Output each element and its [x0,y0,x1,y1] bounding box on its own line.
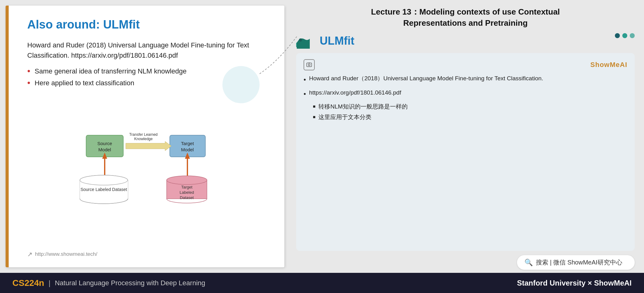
svg-rect-27 [307,63,312,67]
notes-sub-bullet-1: ■ 转移NLM知识的一般思路是一样的 [313,103,627,111]
ulmfit-header: ULMfit [296,33,635,49]
diagram-svg: Source Model Target Model Transfer Learn… [68,129,229,219]
bullet-dot-1: • [27,66,30,76]
notes-sub-bullet-2: ■ 这里应用于文本分类 [313,113,627,121]
notes-bullet-dot-1: • [304,74,306,85]
lecture-title: Lecture 13：Modeling contexts of use Cont… [296,3,635,33]
bottom-left: CS224n | Natural Language Processing wit… [12,278,205,288]
bullet-item-2: • Here applied to text classification [27,79,269,88]
svg-point-26 [299,38,302,42]
svg-point-18 [80,175,128,185]
bullet-item-1: • Same general idea of transferring NLM … [27,67,269,76]
svg-text:Transfer Learned: Transfer Learned [129,132,158,137]
slide-title: Also around: ULMfit [27,18,269,31]
svg-text:Knowledge: Knowledge [134,137,153,141]
svg-text:Source: Source [97,141,112,146]
svg-text:Target: Target [181,185,193,189]
ai-icon [304,59,315,70]
sub-bullet-square-1: ■ [313,104,315,109]
bottom-subtitle: Natural Language Processing with Deep Le… [55,279,205,287]
sub-bullet-square-2: ■ [313,114,315,119]
slide-panel: Also around: ULMfit Howard and Ruder (20… [6,6,284,267]
nav-dot-3 [630,33,635,38]
stanford-showmeai-text: Stanford University × ShowMeAI [517,279,632,287]
svg-text:Target: Target [181,141,194,146]
svg-point-28 [308,64,310,66]
notes-bullet-2: • https://arxiv.org/pdf/1801.06146.pdf [304,88,627,99]
svg-text:Model: Model [181,147,194,152]
search-bar[interactable]: 🔍 搜索 | 微信 ShowMeAI研究中心 [517,255,635,270]
search-bar-container: 🔍 搜索 | 微信 ShowMeAI研究中心 [296,255,635,270]
ulmfit-title: ULMfit [320,34,354,47]
search-icon: 🔍 [524,259,533,267]
footer-link: http://www.showmeai.tech/ [35,251,97,257]
nav-dot-1 [615,33,620,38]
cs224n-label: CS224n [12,278,44,288]
slide-body-text: Howard and Ruder (2018) Universal Langua… [27,40,269,60]
slide-footer: ↗ http://www.showmeai.tech/ [27,251,269,258]
slide-bullet-list: • Same general idea of transferring NLM … [27,67,269,91]
svg-text:Labeled: Labeled [180,190,194,195]
nav-dots [615,33,635,38]
notes-bullet-dot-2: • [304,89,306,99]
nav-dot-2 [622,33,627,38]
bullet-dot-2: • [27,78,30,88]
bottom-divider: | [49,279,50,287]
showmeai-label: ShowMeAI [590,61,627,69]
svg-marker-9 [126,141,171,151]
bottom-right: Stanford University × ShowMeAI [517,279,632,287]
search-bar-text: 搜索 | 微信 ShowMeAI研究中心 [536,258,622,267]
svg-point-21 [167,176,207,184]
svg-text:Source Labeled Dataset: Source Labeled Dataset [81,187,127,192]
notes-card: ShowMeAI • Howard and Ruder（2018）Univers… [296,53,635,251]
notes-card-header: ShowMeAI [304,59,627,70]
ulmfit-logo [296,33,315,49]
cursor-icon: ↗ [27,251,33,258]
right-panel: Lecture 13：Modeling contexts of use Cont… [290,0,644,273]
diagram-wrapper: Source Model Target Model Transfer Learn… [68,129,229,219]
svg-text:Model: Model [99,147,111,152]
svg-text:Dataset: Dataset [180,195,194,200]
diagram-area: Source Model Target Model Transfer Learn… [27,100,269,247]
notes-bullet-1: • Howard and Ruder（2018）Universal Langua… [304,74,627,85]
bottom-bar: CS224n | Natural Language Processing wit… [0,273,644,293]
